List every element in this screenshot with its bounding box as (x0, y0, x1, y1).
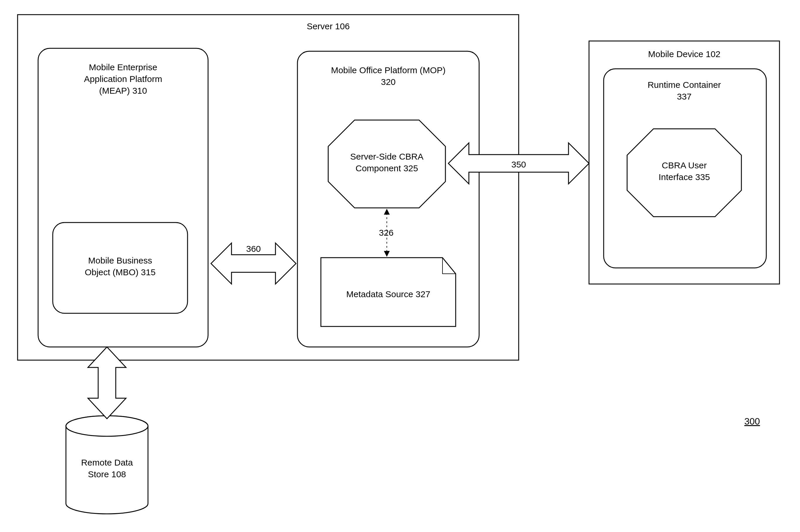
cbra-server-l2: Component 325 (356, 164, 418, 173)
remote-store-l1: Remote Data (81, 458, 133, 467)
cbra-user-l1: CBRA User (662, 160, 707, 170)
server-title: Server 106 (307, 21, 350, 31)
arrow-360-label: 360 (246, 244, 261, 253)
cbra-server-l1: Server-Side CBRA (350, 152, 423, 161)
mop-line1: Mobile Office Platform (MOP) (331, 65, 446, 75)
runtime-l2: 337 (677, 92, 692, 101)
cbra-user-l2: Interface 335 (658, 172, 710, 182)
meap-line1: Mobile Enterprise (89, 62, 157, 72)
mbo-line2: Object (MBO) 315 (85, 267, 156, 277)
system-architecture-diagram: Server 106 Mobile Enterprise Application… (0, 0, 800, 532)
remote-store-l2: Store 108 (88, 469, 126, 479)
runtime-l1: Runtime Container (648, 80, 721, 90)
mbo-line1: Mobile Business (88, 255, 152, 265)
mop-line2: 320 (381, 77, 396, 87)
remote-data-store-cylinder: Remote Data Store 108 (66, 416, 148, 514)
metadata-source-label: Metadata Source 327 (346, 289, 431, 299)
figure-number: 300 (744, 416, 760, 426)
mobile-device-title: Mobile Device 102 (648, 49, 721, 59)
meap-line3: (MEAP) 310 (99, 86, 147, 95)
arrow-326-label: 326 (379, 228, 394, 238)
arrow-350-label: 350 (511, 159, 526, 169)
meap-line2: Application Platform (84, 74, 162, 84)
